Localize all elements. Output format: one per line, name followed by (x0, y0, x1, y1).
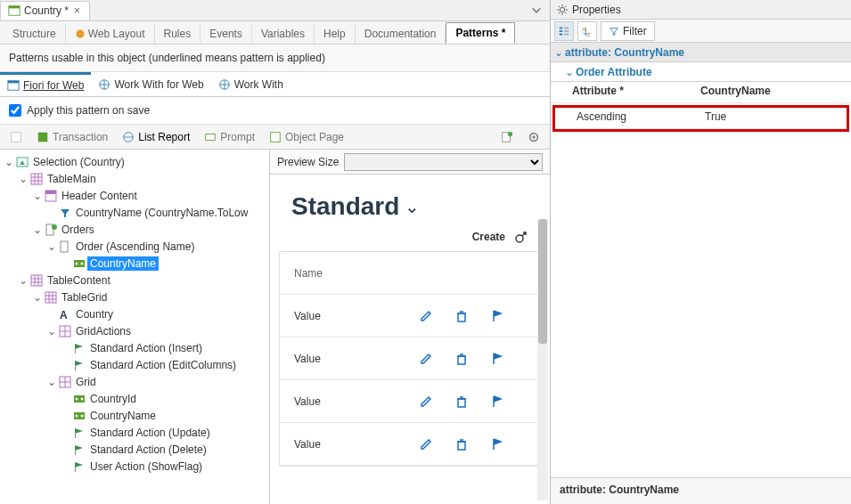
svg-point-13 (508, 131, 512, 135)
tab-help[interactable]: Help (315, 24, 356, 44)
gear-icon (556, 4, 569, 16)
settings-popout-icon[interactable] (514, 230, 528, 244)
tab-documentation[interactable]: Documentation (356, 24, 446, 44)
pattern-tab-wwweb[interactable]: Work With for Web (91, 72, 210, 96)
tree-sa-insert[interactable]: Standard Action (Insert) (0, 339, 269, 356)
tree-countryid[interactable]: CountryId (0, 390, 269, 407)
tree-sa-editcols[interactable]: Standard Action (EditColumns) (0, 356, 269, 373)
tab-rules[interactable]: Rules (155, 24, 201, 44)
preview-title-row[interactable]: Standard ⌄ (279, 183, 541, 230)
tab-web-layout[interactable]: Web Layout (66, 24, 155, 44)
alphabetical-button[interactable]: AZ (577, 21, 597, 41)
toolbar-btn-add[interactable] (495, 128, 520, 146)
tree-sa-update[interactable]: Standard Action (Update) (0, 424, 269, 441)
property-subgroup[interactable]: ⌄Order Attribute (551, 62, 851, 82)
tree-countryname-filter[interactable]: CountryName (CountryName.ToLow (0, 204, 269, 221)
table-header: Name (280, 252, 540, 295)
delete-icon[interactable] (454, 437, 490, 451)
tree-countryname-col[interactable]: CountryName (0, 407, 269, 424)
svg-rect-53 (564, 33, 569, 35)
tree-ua-showflag[interactable]: User Action (ShowFlag) (0, 458, 269, 475)
row-label: Value (294, 395, 419, 408)
edit-icon[interactable] (419, 437, 454, 451)
filter-box[interactable]: Filter (601, 21, 655, 41)
tree-grid[interactable]: ⌄Grid (0, 373, 269, 390)
flag-icon[interactable] (490, 394, 526, 409)
property-key: Attribute * (551, 82, 693, 102)
row-label: Value (294, 353, 419, 365)
preview-scrollbar[interactable] (537, 219, 548, 500)
tree-orders[interactable]: ⌄Orders (0, 221, 269, 238)
flag-icon[interactable] (490, 352, 526, 366)
preview-pane: Preview Size Standard ⌄ Create Nam (269, 150, 550, 504)
tree-sa-delete[interactable]: Standard Action (Delete) (0, 441, 269, 458)
chevron-down-icon: ⌄ (405, 196, 420, 217)
tree-tablecontent[interactable]: ⌄TableContent (0, 272, 269, 289)
tab-variables[interactable]: Variables (252, 24, 315, 44)
create-button[interactable]: Create (472, 231, 505, 243)
property-value[interactable]: True (698, 108, 847, 128)
svg-rect-7 (12, 132, 21, 142)
properties-grid: ⌄attribute: CountryName ⌄Order Attribute… (551, 43, 851, 477)
toolbar-btn-transaction[interactable]: Transaction (30, 128, 114, 146)
row-label: Value (294, 438, 419, 451)
svg-rect-52 (564, 30, 569, 32)
tree-countryname-attr[interactable]: CountryName (0, 255, 269, 272)
tree-order[interactable]: ⌄Order (Ascending Name) (0, 238, 269, 255)
toolbar-btn-settings[interactable] (521, 128, 546, 146)
tab-patterns[interactable]: Patterns * (446, 22, 515, 44)
edit-icon[interactable] (419, 352, 454, 366)
svg-point-37 (76, 414, 78, 417)
properties-status: attribute: CountryName (551, 477, 851, 504)
tree-headercontent[interactable]: ⌄Header Content (0, 187, 269, 204)
toolbar-btn-new[interactable] (4, 128, 29, 146)
pattern-tab-fiori[interactable]: Fiori for Web (0, 72, 91, 96)
property-row[interactable]: Attribute * CountryName (551, 82, 851, 103)
tree-gridactions[interactable]: ⌄GridActions (0, 322, 269, 339)
svg-rect-45 (458, 399, 465, 407)
toolbar-btn-prompt[interactable]: Prompt (198, 128, 261, 146)
tree-country-col[interactable]: ACountry (0, 305, 269, 322)
svg-rect-8 (38, 132, 48, 142)
preview-size-select[interactable] (344, 153, 543, 171)
svg-point-24 (76, 262, 78, 264)
svg-rect-27 (45, 292, 56, 303)
svg-rect-1 (9, 6, 20, 9)
svg-point-47 (560, 7, 564, 12)
flag-icon[interactable] (490, 437, 526, 451)
property-value[interactable]: CountryName (693, 82, 851, 102)
properties-header: Properties (551, 0, 851, 20)
document-tab[interactable]: Country * × (0, 1, 90, 20)
properties-toolbar: AZ Filter (551, 20, 851, 43)
svg-rect-22 (61, 241, 68, 252)
tab-structure[interactable]: Structure (4, 24, 66, 44)
table-row: Value (280, 337, 540, 380)
delete-icon[interactable] (454, 394, 490, 409)
svg-point-15 (532, 135, 536, 139)
tree-tablegrid[interactable]: ⌄TableGrid (0, 289, 269, 305)
tab-events[interactable]: Events (200, 24, 252, 44)
svg-rect-10 (206, 134, 216, 140)
edit-icon[interactable] (419, 309, 454, 323)
toolbar-btn-listreport[interactable]: List Report (116, 128, 196, 146)
delete-icon[interactable] (454, 309, 490, 323)
preview-table: Name Value Value Val (279, 251, 541, 467)
categorized-button[interactable] (554, 21, 574, 41)
svg-rect-26 (31, 275, 42, 286)
property-group[interactable]: ⌄attribute: CountryName (551, 43, 851, 62)
pattern-tab-ww[interactable]: Work With (211, 72, 290, 96)
apply-pattern-checkbox[interactable] (9, 104, 21, 117)
delete-icon[interactable] (454, 352, 490, 366)
svg-rect-31 (75, 366, 76, 370)
tree-tablemain[interactable]: ⌄TableMain (0, 170, 269, 187)
pattern-toolbar: Transaction List Report Prompt Object Pa… (0, 125, 550, 150)
close-icon[interactable]: × (72, 4, 82, 17)
tree-selection[interactable]: ⌄Selection (Country) (0, 153, 269, 170)
toolbar-btn-objectpage[interactable]: Object Page (263, 128, 350, 146)
svg-rect-40 (75, 451, 76, 455)
tab-overflow-icon[interactable] (523, 4, 550, 17)
transaction-icon (8, 4, 20, 17)
property-row[interactable]: Ascending True (555, 108, 847, 129)
flag-icon[interactable] (490, 309, 526, 323)
edit-icon[interactable] (419, 394, 454, 409)
